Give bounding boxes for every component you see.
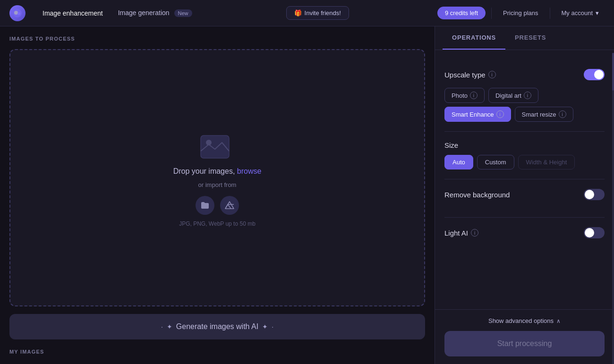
svg-point-2	[17, 12, 20, 15]
remove-background-title: Remove background	[444, 191, 510, 199]
scrollbar-track	[612, 53, 614, 364]
operations-content: Upscale type i Photo i Digital art i	[435, 50, 614, 309]
smart-enhance-info-icon[interactable]: i	[496, 110, 504, 118]
images-section-label: IMAGES TO PROCESS	[9, 36, 425, 42]
light-ai-info-icon[interactable]: i	[471, 229, 478, 237]
light-ai-header: Light AI i	[444, 227, 605, 238]
file-types-label: JPG, PNG, WebP up to 50 mb	[179, 220, 256, 227]
tab-presets[interactable]: PRESETS	[505, 26, 555, 50]
advanced-options-toggle[interactable]: Show advanced options ∧	[444, 317, 605, 324]
folder-import-button[interactable]	[196, 196, 214, 215]
size-options: Auto Custom Width & Height	[444, 155, 605, 169]
toggle-thumb	[585, 228, 594, 237]
upscale-type-section: Upscale type i Photo i Digital art i	[444, 59, 605, 132]
image-placeholder-icon	[198, 128, 236, 161]
chevron-up-icon: ∧	[556, 318, 561, 324]
upscale-type-header: Upscale type i	[444, 69, 605, 80]
bottom-section: Show advanced options ∧ Start processing	[435, 309, 614, 364]
light-ai-section: Light AI i	[444, 218, 605, 255]
upscale-option-photo[interactable]: Photo i	[444, 88, 485, 103]
svg-rect-3	[201, 135, 229, 158]
remove-background-toggle[interactable]	[584, 189, 605, 200]
remove-background-section: Remove background	[444, 179, 605, 218]
size-option-auto[interactable]: Auto	[444, 155, 473, 169]
size-title: Size	[444, 141, 605, 149]
generate-images-button[interactable]: · ✦ Generate images with AI ✦ ·	[9, 314, 425, 339]
sparkle-right-icon: ✦	[262, 323, 268, 330]
start-processing-button[interactable]: Start processing	[444, 331, 605, 356]
drop-zone[interactable]: Drop your images, browse or import from	[9, 49, 425, 306]
invite-button[interactable]: 🎁 Invite friends!	[286, 6, 349, 20]
sparkle-right-small-icon: ·	[272, 323, 273, 330]
nav-image-generation[interactable]: Image generation New	[112, 6, 198, 20]
divider	[491, 8, 492, 19]
pricing-plans-link[interactable]: Pricing plans	[497, 7, 544, 19]
import-icons	[196, 196, 239, 215]
light-ai-toggle[interactable]	[584, 227, 605, 238]
tab-operations[interactable]: OPERATIONS	[443, 26, 505, 50]
left-panel: IMAGES TO PROCESS Drop your images, brow…	[0, 26, 435, 364]
header: Image enhancement Image generation New 🎁…	[0, 0, 614, 26]
size-section: Size Auto Custom Width & Height	[444, 132, 605, 179]
main-nav: Image enhancement Image generation New	[37, 6, 198, 20]
credits-button[interactable]: 9 credits left	[437, 7, 486, 19]
upscale-option-digital-art[interactable]: Digital art i	[488, 88, 538, 103]
main-content: IMAGES TO PROCESS Drop your images, brow…	[0, 26, 614, 364]
divider	[550, 8, 550, 19]
digital-art-info-icon[interactable]: i	[524, 92, 531, 99]
upscale-type-title: Upscale type i	[444, 71, 496, 79]
header-center: 🎁 Invite friends!	[209, 6, 426, 20]
header-right: 9 credits left Pricing plans My account …	[437, 7, 605, 19]
my-images-section: MY IMAGES	[9, 347, 425, 355]
toggle-thumb	[594, 70, 604, 79]
upscale-option-smart-resize[interactable]: Smart resize i	[515, 107, 573, 122]
chevron-down-icon: ▾	[596, 9, 599, 17]
sparkle-left-small-icon: ·	[161, 323, 163, 330]
new-badge: New	[174, 9, 192, 17]
browse-link[interactable]: browse	[237, 167, 262, 175]
photo-info-icon[interactable]: i	[470, 92, 478, 99]
logo-icon[interactable]	[9, 5, 26, 21]
drive-import-button[interactable]	[220, 196, 239, 215]
size-option-width-height: Width & Height	[518, 155, 575, 169]
size-option-custom[interactable]: Custom	[477, 155, 514, 169]
scrollbar-thumb[interactable]	[612, 53, 614, 91]
upscale-type-options: Photo i Digital art i Smart Enhance i Sm…	[444, 88, 605, 122]
gift-icon: 🎁	[294, 9, 302, 17]
remove-background-header: Remove background	[444, 189, 605, 200]
right-panel: OPERATIONS PRESETS Upscale type i	[435, 26, 614, 364]
upscale-type-toggle[interactable]	[584, 69, 605, 80]
upscale-option-smart-enhance[interactable]: Smart Enhance i	[444, 107, 511, 122]
sparkle-left-icon: ✦	[167, 323, 172, 330]
upscale-type-info-icon[interactable]: i	[488, 71, 496, 78]
light-ai-title: Light AI i	[444, 229, 478, 237]
smart-resize-info-icon[interactable]: i	[559, 110, 566, 118]
drop-text: Drop your images, browse	[173, 167, 262, 176]
import-label: or import from	[198, 181, 237, 188]
nav-image-enhancement[interactable]: Image enhancement	[37, 7, 109, 20]
svg-point-1	[14, 11, 18, 15]
my-account-button[interactable]: My account ▾	[556, 7, 605, 19]
toggle-thumb	[585, 190, 594, 199]
my-images-label: MY IMAGES	[9, 349, 425, 355]
right-panel-tabs: OPERATIONS PRESETS	[435, 26, 614, 50]
